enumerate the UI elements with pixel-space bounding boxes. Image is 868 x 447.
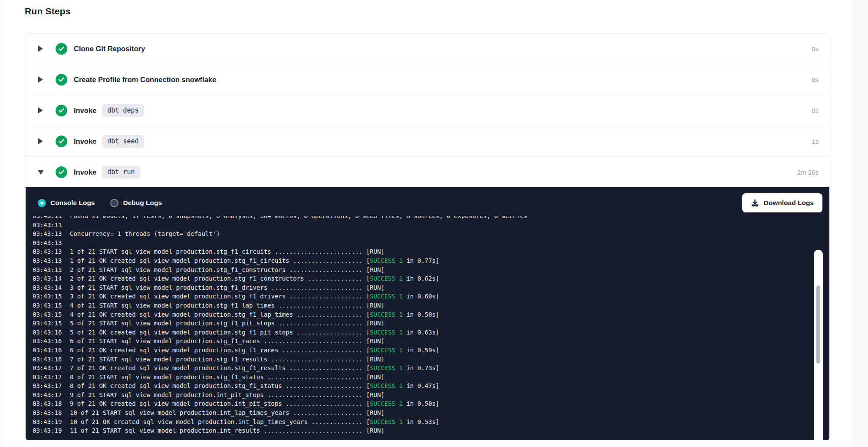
log-type-radio-group: Console LogsDebug Logs <box>38 199 162 207</box>
log-status-success: SUCCESS 1 <box>370 382 403 389</box>
log-message: 6 of 21 OK created sql view model produc… <box>70 347 362 354</box>
log-line: 03:43:178 of 21 OK created sql view mode… <box>33 381 803 391</box>
log-status-time: in 0.53s] <box>403 418 439 425</box>
chevron-right-icon[interactable] <box>38 76 43 83</box>
chevron-right-icon[interactable] <box>38 138 43 144</box>
run-step-row[interactable]: Clone Git Repository0s <box>25 33 830 64</box>
chevron-right-icon[interactable] <box>38 46 43 52</box>
step-command-badge: dbt run <box>102 166 140 179</box>
console-logs-radio[interactable]: Console Logs <box>38 199 95 207</box>
step-command-badge: dbt deps <box>102 104 144 117</box>
log-line: 03:43:13Concurrency: 1 threads (target='… <box>33 229 803 238</box>
log-status: [RUN] <box>362 248 385 255</box>
step-label: Clone Git Repository <box>74 45 145 53</box>
log-line: 03:43:166 of 21 START sql view model pro… <box>33 337 803 346</box>
step-duration: 0s <box>812 45 819 53</box>
log-message: 8 of 21 OK created sql view model produc… <box>70 382 362 389</box>
download-icon <box>751 199 759 207</box>
step-success-check-icon <box>56 74 67 86</box>
log-timestamp: 03:43:13 <box>33 247 70 256</box>
run-step-row[interactable]: Invokedbt run2m 26s <box>25 157 830 187</box>
log-panel-header: Console LogsDebug Logs Download Logs <box>26 187 829 216</box>
step-label: Invoke <box>74 168 96 176</box>
log-status: [ <box>362 293 370 300</box>
log-lines: 03:43:11Found 21 models, 17 tests, 0 sna… <box>33 216 803 435</box>
log-line: 03:43:165 of 21 OK created sql view mode… <box>33 328 803 337</box>
log-status: [ <box>362 400 370 407</box>
log-timestamp: 03:43:15 <box>33 292 70 301</box>
log-status: [ <box>362 418 370 425</box>
radio-unselected-icon[interactable] <box>110 199 118 207</box>
step-success-check-icon <box>56 105 67 116</box>
run-steps-card: Clone Git Repository0sCreate Profile fro… <box>25 33 830 442</box>
chevron-down-icon[interactable] <box>38 169 43 175</box>
log-status: [ <box>362 275 370 282</box>
log-status: [ <box>362 257 370 264</box>
log-message: 1 of 21 OK created sql view model produc… <box>70 257 362 264</box>
log-line: 03:43:166 of 21 OK created sql view mode… <box>33 346 803 355</box>
step-label: Invoke <box>74 137 96 146</box>
step-duration: 2m 26s <box>797 169 819 176</box>
log-status-time: in 0.59s] <box>403 347 439 354</box>
log-message: 5 of 21 OK created sql view model produc… <box>70 329 362 336</box>
log-line: 03:43:179 of 21 START sql view model pro… <box>33 391 803 400</box>
step-label: Invoke <box>74 106 96 115</box>
log-timestamp: 03:43:17 <box>33 373 70 382</box>
log-timestamp: 03:43:13 <box>33 238 70 248</box>
log-timestamp: 03:43:16 <box>33 355 70 364</box>
log-status-time: in 0.73s] <box>403 364 439 371</box>
log-status: [RUN] <box>362 391 385 398</box>
log-timestamp: 03:43:16 <box>33 328 70 337</box>
log-status: [RUN] <box>362 284 385 291</box>
log-line: 03:43:132 of 21 START sql view model pro… <box>33 265 803 275</box>
log-line: 03:43:11 <box>33 221 803 230</box>
log-message: 1 of 21 START sql view model production.… <box>70 248 362 255</box>
log-status-success: SUCCESS 1 <box>370 275 403 282</box>
log-message: 8 of 21 START sql view model production.… <box>70 374 362 381</box>
log-status-success: SUCCESS 1 <box>370 311 403 318</box>
log-message: 7 of 21 START sql view model production.… <box>70 356 362 363</box>
log-status: [ <box>362 347 370 354</box>
log-line: 03:43:178 of 21 START sql view model pro… <box>33 373 803 382</box>
step-label: Create Profile from Connection snowflake <box>74 76 216 84</box>
log-line: 03:43:11Found 21 models, 17 tests, 0 sna… <box>33 216 803 221</box>
log-status-success: SUCCESS 1 <box>370 257 403 264</box>
log-line: 03:43:131 of 21 OK created sql view mode… <box>33 256 803 265</box>
log-line: 03:43:154 of 21 START sql view model pro… <box>33 301 803 310</box>
log-message: Found 21 models, 17 tests, 0 snapshots, … <box>70 216 527 219</box>
log-status-time: in 0.77s] <box>403 257 439 264</box>
log-status: [RUN] <box>362 409 385 416</box>
log-status-time: in 0.50s] <box>403 311 439 318</box>
step-command-badge: dbt seed <box>102 135 144 148</box>
run-step-row[interactable]: Invokedbt deps0s <box>25 95 830 126</box>
log-timestamp: 03:43:16 <box>33 337 70 346</box>
log-timestamp: 03:43:17 <box>33 391 70 400</box>
log-status: [ <box>362 311 370 318</box>
radio-selected-icon[interactable] <box>38 199 46 207</box>
log-status: [ <box>362 364 370 371</box>
log-status-success: SUCCESS 1 <box>370 329 403 336</box>
run-step-row[interactable]: Invokedbt seed1s <box>25 126 830 157</box>
log-message: 9 of 21 OK created sql view model produc… <box>70 400 362 407</box>
log-line: 03:43:143 of 21 START sql view model pro… <box>33 283 803 292</box>
download-logs-button[interactable]: Download Logs <box>742 193 822 212</box>
log-status: [RUN] <box>362 427 385 434</box>
log-message: 9 of 21 START sql view model production.… <box>70 391 362 398</box>
log-scrollbar[interactable] <box>814 250 823 440</box>
log-scrollbar-thumb[interactable] <box>816 285 820 364</box>
log-status-success: SUCCESS 1 <box>370 347 403 354</box>
log-timestamp: 03:43:16 <box>33 346 70 355</box>
log-message: 4 of 21 START sql view model production.… <box>70 302 362 309</box>
log-line: 03:43:153 of 21 OK created sql view mode… <box>33 292 803 301</box>
run-step-row[interactable]: Create Profile from Connection snowflake… <box>25 64 830 95</box>
log-status: [RUN] <box>362 356 385 363</box>
log-status-success: SUCCESS 1 <box>370 418 403 425</box>
chevron-right-icon[interactable] <box>38 107 43 113</box>
log-line: 03:43:177 of 21 OK created sql view mode… <box>33 364 803 373</box>
log-line: 03:43:1810 of 21 START sql view model pr… <box>33 408 803 417</box>
log-line: 03:43:1911 of 21 START sql view model pr… <box>33 426 803 435</box>
log-message: 11 of 21 START sql view model production… <box>70 427 362 434</box>
log-timestamp: 03:43:17 <box>33 381 70 391</box>
debug-logs-radio[interactable]: Debug Logs <box>110 199 162 207</box>
console-log-output[interactable]: 03:43:11Found 21 models, 17 tests, 0 sna… <box>26 216 829 440</box>
